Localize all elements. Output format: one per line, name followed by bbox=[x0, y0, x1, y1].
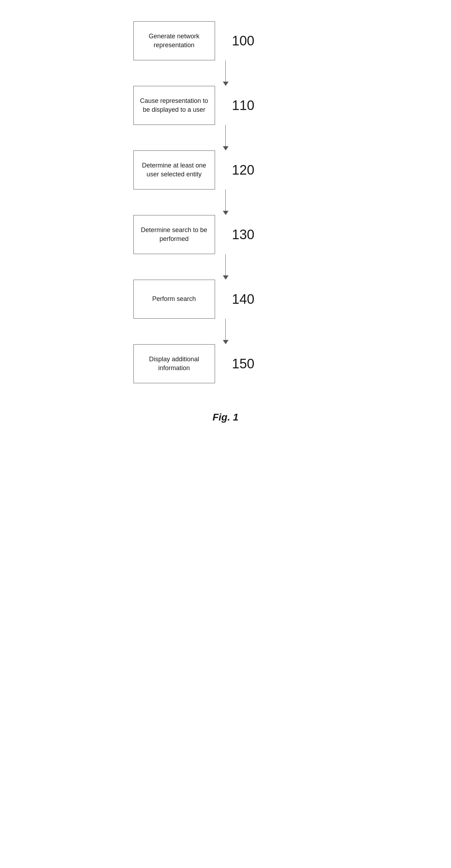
step-row-120: Determine at least one user selected ent… bbox=[133, 150, 318, 189]
connector-arrow-4 bbox=[223, 275, 229, 280]
flow-wrapper: Generate network representation 100 Caus… bbox=[133, 21, 318, 423]
step-box-140: Perform search bbox=[133, 280, 215, 319]
step-box-130: Determine search to be performed bbox=[133, 215, 215, 254]
connector-2 bbox=[185, 125, 266, 150]
connector-line-2 bbox=[225, 125, 226, 146]
step-number-120: 120 bbox=[232, 163, 254, 178]
step-row-140: Perform search 140 bbox=[133, 280, 318, 319]
connector-line-5 bbox=[225, 319, 226, 340]
step-label-110: Cause representation to be displayed to … bbox=[139, 97, 209, 114]
figure-label: Fig. 1 bbox=[213, 412, 238, 423]
step-label-120: Determine at least one user selected ent… bbox=[139, 161, 209, 179]
step-box-120: Determine at least one user selected ent… bbox=[133, 150, 215, 189]
connector-arrow-5 bbox=[223, 340, 229, 344]
step-row-100: Generate network representation 100 bbox=[133, 21, 318, 60]
step-number-150: 150 bbox=[232, 356, 254, 372]
connector-5 bbox=[185, 319, 266, 344]
step-row-150: Display additional information 150 bbox=[133, 344, 318, 383]
step-number-100: 100 bbox=[232, 33, 254, 49]
step-label-140: Perform search bbox=[152, 295, 196, 303]
step-box-100: Generate network representation bbox=[133, 21, 215, 60]
connector-arrow-1 bbox=[223, 82, 229, 86]
connector-line-3 bbox=[225, 189, 226, 211]
step-box-110: Cause representation to be displayed to … bbox=[133, 86, 215, 125]
step-label-130: Determine search to be performed bbox=[139, 226, 209, 243]
step-row-110: Cause representation to be displayed to … bbox=[133, 86, 318, 125]
step-label-150: Display additional information bbox=[139, 355, 209, 373]
connector-line-4 bbox=[225, 254, 226, 275]
connector-arrow-3 bbox=[223, 211, 229, 215]
connector-3 bbox=[185, 189, 266, 215]
connector-arrow-2 bbox=[223, 146, 229, 150]
step-number-130: 130 bbox=[232, 227, 254, 242]
connector-4 bbox=[185, 254, 266, 280]
connector-line-1 bbox=[225, 60, 226, 82]
step-number-140: 140 bbox=[232, 292, 254, 307]
step-box-150: Display additional information bbox=[133, 344, 215, 383]
diagram-container: Generate network representation 100 Caus… bbox=[0, 0, 451, 423]
connector-1 bbox=[185, 60, 266, 86]
step-number-110: 110 bbox=[232, 98, 254, 113]
step-label-100: Generate network representation bbox=[139, 32, 209, 50]
step-row-130: Determine search to be performed 130 bbox=[133, 215, 318, 254]
